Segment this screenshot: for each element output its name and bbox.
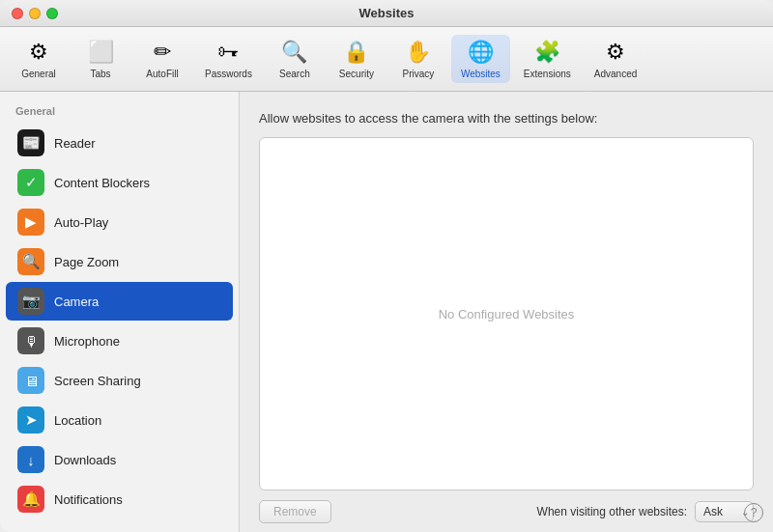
maximize-button[interactable]	[46, 8, 58, 19]
sidebar-label-auto-play: Auto-Play	[54, 215, 108, 230]
content-blockers-icon: ✓	[17, 169, 44, 196]
toolbar-label-websites: Websites	[461, 69, 501, 79]
location-icon: ➤	[17, 406, 44, 434]
sidebar-item-content-blockers[interactable]: ✓Content Blockers	[6, 163, 233, 202]
window-title: Websites	[359, 6, 415, 20]
toolbar-label-extensions: Extensions	[524, 69, 571, 79]
camera-icon: 📷	[17, 288, 44, 315]
sidebar-label-reader: Reader	[54, 136, 96, 151]
tabs-icon: ⬜	[87, 39, 114, 66]
toolbar-label-tabs: Tabs	[90, 69, 110, 79]
screen-sharing-icon: 🖥	[17, 367, 44, 394]
sidebar-item-reader[interactable]: 📰Reader	[6, 124, 233, 162]
minimize-button[interactable]	[29, 8, 41, 19]
websites-box: No Configured Websites	[259, 137, 754, 490]
help-icon[interactable]: ?	[744, 503, 763, 522]
sidebar-item-screen-sharing[interactable]: 🖥Screen Sharing	[6, 361, 233, 400]
toolbar-label-advanced: Advanced	[594, 69, 637, 79]
toolbar: ⚙General⬜Tabs✏AutoFill🗝Passwords🔍Search🔒…	[0, 27, 773, 92]
toolbar-item-search[interactable]: 🔍Search	[266, 35, 324, 83]
autofill-icon: ✏	[149, 39, 176, 66]
downloads-icon: ↓	[17, 446, 44, 473]
extensions-icon: 🧩	[533, 39, 560, 66]
remove-button[interactable]: Remove	[259, 500, 331, 523]
search-icon: 🔍	[281, 39, 308, 66]
auto-play-icon: ▶	[17, 209, 44, 236]
sidebar-label-location: Location	[54, 413, 101, 428]
sidebar: General 📰Reader✓Content Blockers▶Auto-Pl…	[0, 92, 240, 532]
toolbar-item-advanced[interactable]: ⚙Advanced	[585, 35, 646, 83]
main-area: General 📰Reader✓Content Blockers▶Auto-Pl…	[0, 92, 773, 532]
sidebar-item-camera[interactable]: 📷Camera	[6, 282, 233, 321]
reader-icon: 📰	[17, 129, 44, 156]
sidebar-label-downloads: Downloads	[54, 453, 116, 467]
sidebar-item-page-zoom[interactable]: 🔍Page Zoom	[6, 242, 233, 281]
sidebar-item-microphone[interactable]: 🎙Microphone	[6, 322, 233, 360]
toolbar-label-privacy: Privacy	[403, 69, 435, 79]
advanced-icon: ⚙	[602, 39, 629, 66]
toolbar-label-security: Security	[339, 69, 374, 79]
traffic-lights	[12, 8, 58, 19]
toolbar-item-tabs[interactable]: ⬜Tabs	[72, 35, 129, 83]
privacy-icon: ✋	[405, 39, 432, 66]
close-button[interactable]	[12, 8, 23, 19]
toolbar-item-privacy[interactable]: ✋Privacy	[389, 35, 447, 83]
toolbar-item-extensions[interactable]: 🧩Extensions	[514, 35, 581, 83]
sidebar-label-content-blockers: Content Blockers	[54, 176, 150, 190]
toolbar-label-autofill: AutoFill	[146, 69, 178, 79]
sidebar-section-label: General	[0, 101, 239, 123]
websites-icon: 🌐	[467, 39, 494, 66]
no-websites-label: No Configured Websites	[439, 307, 575, 322]
sidebar-label-page-zoom: Page Zoom	[54, 255, 119, 269]
toolbar-item-autofill[interactable]: ✏AutoFill	[133, 35, 191, 83]
microphone-icon: 🎙	[17, 327, 44, 354]
sidebar-label-microphone: Microphone	[54, 334, 120, 349]
security-icon: 🔒	[343, 39, 370, 66]
page-zoom-icon: 🔍	[17, 248, 44, 275]
toolbar-item-websites[interactable]: 🌐Websites	[451, 35, 510, 83]
sidebar-item-notifications[interactable]: 🔔Notifications	[6, 480, 233, 518]
sidebar-label-screen-sharing: Screen Sharing	[54, 374, 141, 388]
notifications-icon: 🔔	[17, 486, 44, 513]
toolbar-label-search: Search	[279, 69, 310, 79]
sidebar-item-downloads[interactable]: ↓Downloads	[6, 440, 233, 479]
sidebar-label-camera: Camera	[54, 294, 99, 309]
sidebar-item-auto-play[interactable]: ▶Auto-Play	[6, 203, 233, 241]
content-footer: Remove When visiting other websites: Ask…	[259, 500, 754, 523]
footer-right: When visiting other websites: AskAllowDe…	[537, 501, 754, 522]
toolbar-item-security[interactable]: 🔒Security	[328, 35, 386, 83]
passwords-icon: 🗝	[215, 39, 242, 66]
toolbar-item-passwords[interactable]: 🗝Passwords	[195, 35, 262, 83]
toolbar-label-general: General	[21, 69, 56, 79]
general-icon: ⚙	[25, 39, 52, 66]
content-description: Allow websites to access the camera with…	[259, 111, 754, 126]
content-area: Allow websites to access the camera with…	[240, 92, 773, 532]
footer-label: When visiting other websites:	[537, 505, 687, 518]
toolbar-label-passwords: Passwords	[205, 69, 252, 79]
titlebar: Websites	[0, 0, 773, 27]
toolbar-item-general[interactable]: ⚙General	[10, 35, 68, 83]
sidebar-label-notifications: Notifications	[54, 492, 123, 507]
sidebar-item-location[interactable]: ➤Location	[6, 401, 233, 439]
